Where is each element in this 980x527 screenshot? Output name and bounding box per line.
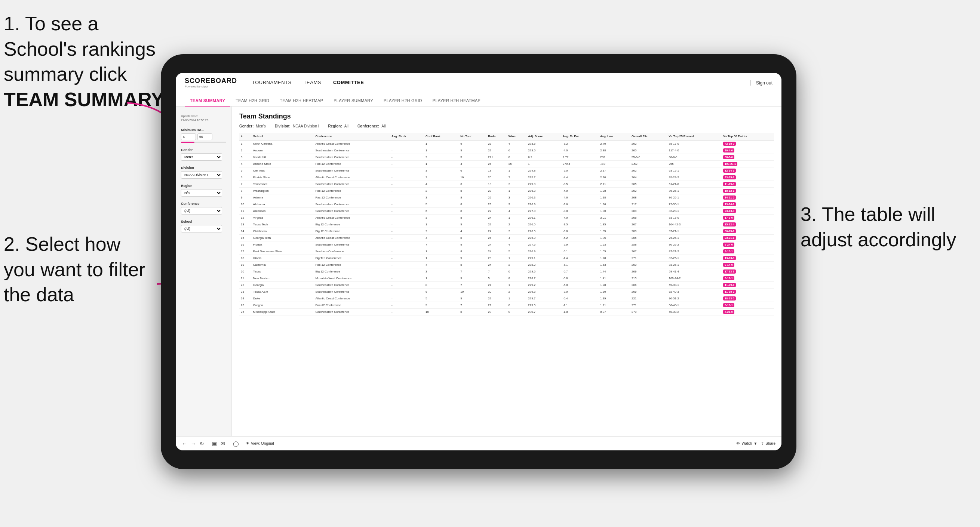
filter-gender-select[interactable]: Men's xyxy=(181,153,222,161)
table-row: 10AlabamaSoutheastern Conference-5823327… xyxy=(239,201,774,208)
table-filter-row: Gender: Men's Division: NCAA Division I … xyxy=(239,124,774,128)
table-row: 15Georgia TechAtlantic Coast Conference-… xyxy=(239,235,774,241)
score-badge: 9-10-1 xyxy=(723,249,734,253)
nav-tournaments[interactable]: TOURNAMENTS xyxy=(252,78,292,87)
table-row: 14OklahomaBig 12 Conference-24242276.5-3… xyxy=(239,228,774,235)
score-badge: 11-19-0 xyxy=(723,182,736,186)
col-adj-score[interactable]: Adj. Score xyxy=(527,133,561,140)
filter-slider[interactable] xyxy=(181,142,226,143)
bottom-toolbar: ← → ↻ ▣ ✉ ◯ 👁 View: Original 👁 Watch ▼ ⇧… xyxy=(176,436,781,450)
table-row: 6Florida StateAtlantic Coast Conference-… xyxy=(239,174,774,181)
table-row: 7TennesseeSoutheastern Conference-461822… xyxy=(239,181,774,187)
filter-gender-label: Gender xyxy=(181,148,226,152)
copy-icon[interactable]: ▣ xyxy=(212,441,217,447)
table-row: 13Texas TechBig 12 Conference-19272276.0… xyxy=(239,221,774,228)
filter-min-input[interactable] xyxy=(181,133,196,140)
filter-division-select[interactable]: NCAA Division I xyxy=(181,171,222,179)
col-avg-to-par[interactable]: Avg. To Par xyxy=(561,133,599,140)
table-row: 25OregonPac-12 Conference-97210279.5-1.1… xyxy=(239,302,774,309)
division-filter-display: Division: NCAA Division I xyxy=(275,124,319,128)
col-wins[interactable]: Wins xyxy=(507,133,527,140)
toolbar-separator-2 xyxy=(229,440,229,448)
filter-slider-fill xyxy=(181,142,194,143)
col-rank[interactable]: # xyxy=(239,133,251,140)
score-badge: 9-12-1 xyxy=(723,276,734,280)
tab-team-h2h-grid[interactable]: TEAM H2H GRID xyxy=(230,95,274,106)
toolbar-separator-1 xyxy=(208,440,208,448)
sub-nav: TEAM SUMMARY TEAM H2H GRID TEAM H2H HEAT… xyxy=(176,92,781,106)
nav-committee[interactable]: COMMITTEE xyxy=(333,78,364,87)
tablet-screen: SCOREBOARD Powered by clippi TOURNAMENTS… xyxy=(176,73,781,450)
main-content: Update time: 27/03/2024 16:56:26 Minimum… xyxy=(176,106,781,436)
score-badge: 4-21-0 xyxy=(723,310,734,314)
table-row: 1North CarolinaAtlantic Coast Conference… xyxy=(239,140,774,147)
share-label: Share xyxy=(765,441,775,446)
score-badge: 17-9-0 xyxy=(723,216,734,220)
score-badge: 9-24-0 xyxy=(723,243,734,247)
col-vs-top25[interactable]: Vs Top 25 Record xyxy=(667,133,722,140)
refresh-icon[interactable]: ↻ xyxy=(200,441,204,447)
col-avg-rank[interactable]: Avg. Rank xyxy=(390,133,424,140)
table-row: 5Ole MissSoutheastern Conference-3618127… xyxy=(239,167,774,174)
score-badge: 13-24-1 xyxy=(723,202,736,206)
eye-icon: 👁 xyxy=(246,441,250,446)
filter-division-label: Division xyxy=(181,166,226,170)
col-vs-top50[interactable]: Vs Top 50 Points xyxy=(722,133,774,140)
filter-min-rounds-label: Minimum Ro... xyxy=(181,128,226,132)
bookmark-icon[interactable]: ✉ xyxy=(221,441,225,447)
table-row: 2AuburnSoutheastern Conference-19276273.… xyxy=(239,147,774,154)
score-badge: 18-12-1 xyxy=(723,189,736,193)
filter-region-label: Region xyxy=(181,184,226,187)
watch-icon: 👁 xyxy=(736,441,740,446)
score-badge: 42-18-0 xyxy=(723,142,736,146)
score-badge: 9-19-1 xyxy=(723,303,734,307)
table-title: Team Standings xyxy=(239,113,774,121)
filter-region-select[interactable]: N/A xyxy=(181,189,222,197)
back-icon[interactable]: ← xyxy=(182,441,187,447)
table-row: 17East Tennessee StateSouthern Conferenc… xyxy=(239,248,774,255)
col-no-tour[interactable]: No Tour xyxy=(459,133,487,140)
col-overall-ra[interactable]: Overall RA. xyxy=(630,133,667,140)
instruction-step2: 2. Select how you want to filter the dat… xyxy=(4,232,153,308)
forward-icon[interactable]: → xyxy=(191,441,196,447)
table-row: 24DukeAtlantic Coast Conference-59271279… xyxy=(239,295,774,302)
share-button[interactable]: ⇧ Share xyxy=(761,441,775,446)
table-row: 9ArizonaPac-12 Conference-38223276.3-4.6… xyxy=(239,194,774,201)
table-row: 23Texas A&MSoutheastern Conference-91030… xyxy=(239,289,774,295)
gender-filter-display: Gender: Men's xyxy=(239,124,266,128)
score-badge: 12-14-1 xyxy=(723,168,736,173)
table-row: 21New MexicoMountain West Conference-195… xyxy=(239,275,774,282)
standings-table: # School Conference Avg. Rank Conf Rank … xyxy=(239,133,774,316)
col-rnds[interactable]: Rnds xyxy=(487,133,507,140)
clock-icon[interactable]: ◯ xyxy=(233,441,239,447)
score-badge: 9-14-0 xyxy=(723,263,734,267)
filter-conference-select[interactable]: (All) xyxy=(181,207,222,214)
filter-max-input[interactable] xyxy=(197,133,212,140)
logo-area: SCOREBOARD Powered by clippi xyxy=(185,77,237,88)
table-header-row: # School Conference Avg. Rank Conf Rank … xyxy=(239,133,774,140)
score-badge: 100-27-1 xyxy=(723,162,737,166)
col-avg-low[interactable]: Avg. Low xyxy=(599,133,630,140)
logo-text: SCOREBOARD xyxy=(185,77,237,85)
filter-school-select[interactable]: (All) xyxy=(181,225,222,232)
score-badge: 23-21-1 xyxy=(723,236,736,240)
score-badge: 17-33-3 xyxy=(723,270,736,274)
table-row: 16FloridaSoutheastern Conference-7924427… xyxy=(239,241,774,248)
tab-team-h2h-heatmap[interactable]: TEAM H2H HEATMAP xyxy=(274,95,328,106)
col-conf-rank[interactable]: Conf Rank xyxy=(424,133,459,140)
tab-player-h2h-grid[interactable]: PLAYER H2H GRID xyxy=(379,95,427,106)
col-conference[interactable]: Conference xyxy=(314,133,390,140)
tab-team-summary[interactable]: TEAM SUMMARY xyxy=(185,95,230,106)
col-school[interactable]: School xyxy=(251,133,314,140)
score-badge: 11-38-2 xyxy=(723,290,736,294)
table-area: Team Standings Gender: Men's Division: N… xyxy=(232,106,781,436)
share-icon: ⇧ xyxy=(761,441,764,446)
nav-teams[interactable]: TEAMS xyxy=(304,78,321,87)
view-original-button[interactable]: 👁 View: Original xyxy=(246,441,274,446)
tab-player-summary[interactable]: PLAYER SUMMARY xyxy=(328,95,379,106)
score-badge: 30-15-1 xyxy=(723,229,736,233)
sign-out-button[interactable]: Sign out xyxy=(756,80,773,86)
watch-button[interactable]: 👁 Watch ▼ xyxy=(736,441,757,446)
region-filter-display: Region: All xyxy=(328,124,348,128)
tab-player-h2h-heatmap[interactable]: PLAYER H2H HEATMAP xyxy=(427,95,486,106)
